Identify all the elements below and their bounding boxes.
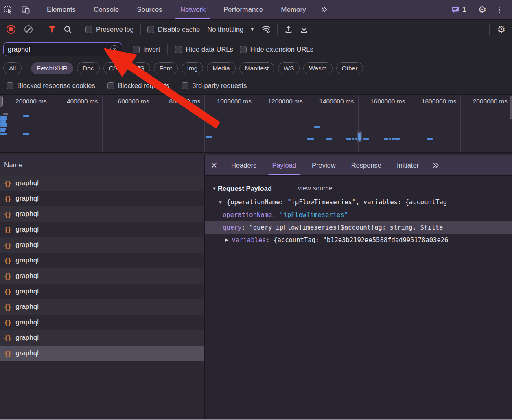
export-har-button[interactable] — [296, 22, 312, 36]
inspect-element-button[interactable] — [0, 0, 17, 19]
request-row[interactable]: {}graphql — [0, 330, 204, 346]
invert-checkbox[interactable] — [133, 46, 140, 53]
tab-network[interactable]: Network — [171, 0, 214, 19]
chip-css[interactable]: CSS — [103, 62, 128, 74]
blocked-response-cookies-label: Blocked response cookies — [17, 82, 95, 90]
fetch-xhr-icon: {} — [4, 226, 11, 234]
import-har-button[interactable] — [281, 22, 296, 36]
chip-other[interactable]: Other — [336, 62, 363, 74]
issues-counter[interactable]: 1 — [447, 6, 470, 14]
double-chevron-right-icon — [321, 7, 328, 13]
request-row[interactable]: {}graphql — [0, 206, 204, 222]
clear-network-log-button[interactable] — [24, 25, 33, 33]
search-button[interactable] — [60, 22, 75, 36]
request-row[interactable]: {}graphql — [0, 191, 204, 206]
fetch-xhr-icon: {} — [4, 179, 11, 187]
blocked-response-cookies-checkbox[interactable] — [7, 82, 13, 89]
timeline-tick-label: 200000 ms — [15, 98, 47, 105]
details-tab-initiator[interactable]: Initiator — [389, 155, 427, 175]
request-row[interactable]: {}graphql — [0, 284, 204, 299]
chip-ws[interactable]: WS — [278, 62, 300, 74]
request-row[interactable]: {}graphql — [0, 346, 204, 361]
chip-img[interactable]: Img — [182, 62, 203, 74]
request-row[interactable]: {}graphql — [0, 315, 204, 330]
network-settings-gear-icon[interactable]: ⚙ — [493, 25, 510, 34]
request-name: graphql — [15, 303, 39, 311]
more-tabs-button[interactable] — [315, 0, 333, 19]
waterfall-bar — [0, 130, 5, 132]
divider — [489, 24, 490, 35]
divider — [140, 24, 141, 35]
kebab-menu-icon[interactable]: ⋮ — [490, 5, 509, 15]
3rd-party-requests-checkbox[interactable] — [182, 82, 188, 89]
network-conditions-button[interactable] — [258, 22, 274, 36]
chip-manifest[interactable]: Manifest — [239, 62, 275, 74]
more-filters-row: Blocked response cookiesBlocked requests… — [0, 77, 512, 95]
payload-row-operationname[interactable]: operationName: "ipFlowTimeseries" — [205, 208, 512, 221]
payload-root-row[interactable]: ▼ {operationName: "ipFlowTimeseries", va… — [205, 196, 512, 208]
settings-gear-icon[interactable]: ⚙ — [474, 5, 490, 14]
details-tab-preview[interactable]: Preview — [304, 155, 344, 175]
device-toolbar-button[interactable] — [17, 0, 34, 19]
tab-memory[interactable]: Memory — [272, 0, 315, 19]
chip-fetch-xhr[interactable]: Fetch/XHR — [31, 62, 73, 74]
request-payload-section[interactable]: ▼ Request Payload view source — [205, 181, 512, 196]
name-column-header[interactable]: Name — [0, 155, 204, 175]
filter-funnel-icon — [48, 25, 56, 33]
request-row[interactable]: {}graphql — [0, 237, 204, 253]
preserve-log-label: Preserve log — [96, 26, 134, 33]
chip-font[interactable]: Font — [154, 62, 178, 74]
chip-media[interactable]: Media — [207, 62, 235, 74]
close-details-button[interactable]: × — [205, 155, 223, 175]
view-source-link[interactable]: view source — [298, 185, 332, 192]
hide-data-urls-checkbox[interactable] — [175, 46, 182, 53]
network-toolbar: Preserve log Disable cache No throttling… — [0, 20, 512, 39]
request-row[interactable]: {}graphql — [0, 299, 204, 315]
json-key: variables — [232, 236, 266, 244]
details-tab-response[interactable]: Response — [344, 155, 389, 175]
overview-scroll-handle-right[interactable] — [510, 96, 512, 119]
throttling-select[interactable]: No throttling ▼ — [203, 26, 258, 33]
filter-toggle-button[interactable] — [44, 22, 60, 36]
request-row[interactable]: {}graphql — [0, 253, 204, 268]
tab-sources[interactable]: Sources — [128, 0, 171, 19]
payload-root-preview: {operationName: "ipFlowTimeseries", vari… — [227, 199, 447, 206]
waterfall-bar — [23, 115, 29, 117]
waterfall-bar — [23, 133, 29, 135]
timeline-section: 600000 ms — [103, 95, 154, 152]
timeline-section: 1400000 ms — [307, 95, 359, 152]
more-details-tabs-button[interactable] — [427, 155, 445, 175]
tab-console[interactable]: Console — [85, 0, 128, 19]
network-overview-timeline[interactable]: 200000 ms400000 ms600000 ms800000 ms1000… — [0, 95, 512, 153]
payload-row-query[interactable]: query: "query ipFlowTimeseries($accountT… — [205, 221, 512, 234]
timeline-sections: 200000 ms400000 ms600000 ms800000 ms1000… — [0, 95, 512, 152]
chip-all[interactable]: All — [3, 62, 22, 74]
tab-performance[interactable]: Performance — [214, 0, 272, 19]
json-key: query — [223, 224, 242, 231]
tabbar-right-controls: 1 ⚙ ⋮ — [447, 0, 512, 19]
hide-extension-urls-option: Hide extension URLs — [236, 46, 317, 53]
filter-input[interactable] — [8, 46, 110, 53]
request-row[interactable]: {}graphql — [0, 268, 204, 284]
overview-scroll-handle-left[interactable] — [0, 96, 3, 107]
chip-js[interactable]: JS — [131, 62, 150, 74]
hide-extension-urls-checkbox[interactable] — [240, 46, 247, 53]
timeline-section: 1000000 ms — [205, 95, 256, 152]
details-tab-payload[interactable]: Payload — [264, 155, 304, 175]
blocked-requests-checkbox[interactable] — [107, 82, 114, 89]
preserve-log-checkbox[interactable] — [85, 26, 92, 33]
details-tab-headers[interactable]: Headers — [223, 155, 264, 175]
record-network-log-button[interactable] — [7, 25, 15, 34]
chip-doc[interactable]: Doc — [77, 62, 100, 74]
request-row[interactable]: {}graphql — [0, 222, 204, 237]
payload-row-variables[interactable]: ▶ variables: {accountTag: "b12e3b2192ee5… — [205, 234, 512, 246]
timeline-section: 800000 ms — [153, 95, 205, 152]
hide-data-urls-label: Hide data URLs — [186, 46, 233, 53]
disable-cache-checkbox[interactable] — [147, 26, 154, 33]
clear-filter-icon[interactable]: ✕ — [110, 45, 118, 53]
disable-cache-option: Disable cache — [144, 26, 203, 33]
request-row[interactable]: {}graphql — [0, 175, 204, 191]
fetch-xhr-icon: {} — [4, 210, 11, 218]
tab-elements[interactable]: Elements — [38, 0, 85, 19]
chip-wasm[interactable]: Wasm — [303, 62, 332, 74]
